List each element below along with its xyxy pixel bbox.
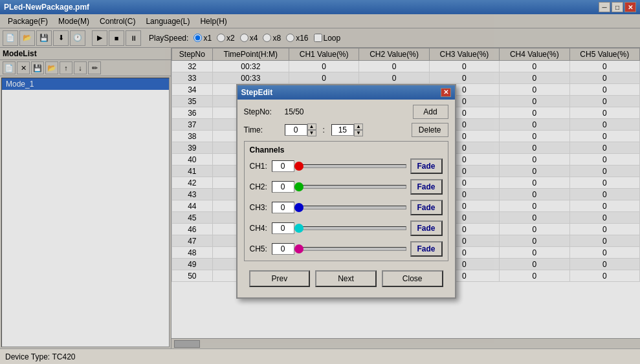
time-hour-input[interactable] (285, 124, 307, 136)
cell-ch4: 0 (500, 212, 569, 224)
cell-step: 46 (172, 224, 213, 235)
modal-content: StepNo: 15/50 Add Time: ▲ ▼ : (237, 100, 455, 297)
ch3-slider[interactable] (298, 206, 406, 209)
mode-up-btn[interactable]: ↑ (60, 61, 72, 74)
ch2-thumb[interactable] (294, 182, 303, 191)
cell-ch5: 0 (569, 154, 639, 166)
scroll-thumb[interactable] (174, 340, 200, 348)
maximize-button[interactable]: □ (612, 2, 623, 12)
ch5-label: CH5: (250, 244, 268, 253)
cell-step: 45 (172, 212, 213, 224)
download-button[interactable]: ⬇ (53, 30, 69, 46)
modal-footer: Prev Next Close (244, 266, 448, 292)
new-button[interactable]: 📄 (3, 30, 18, 46)
loop-checkbox[interactable] (314, 34, 322, 42)
ch1-fade-btn[interactable]: Fade (410, 158, 443, 174)
cell-ch5: 0 (569, 224, 639, 235)
cell-ch5: 0 (569, 61, 639, 72)
hour-up-btn[interactable]: ▲ (307, 123, 316, 130)
ch5-slider[interactable] (298, 247, 406, 251)
ch4-slider[interactable] (298, 226, 406, 230)
speed-x2-option[interactable]: x2 (217, 34, 235, 43)
speed-x1-label: x1 (203, 34, 212, 43)
clock-button[interactable]: 🕐 (70, 30, 85, 46)
ch4-fade-btn[interactable]: Fade (410, 220, 443, 236)
stop-button[interactable]: ■ (109, 30, 124, 46)
ch1-input[interactable] (272, 160, 294, 172)
time-hour-spinner[interactable]: ▲ ▼ (285, 123, 316, 136)
step-edit-dialog[interactable]: StepEdit ✕ StepNo: 15/50 Add Time: ▲ ▼ (236, 84, 456, 299)
minute-down-btn[interactable]: ▼ (354, 130, 363, 136)
speed-x8-radio[interactable] (263, 34, 271, 42)
ch1-thumb[interactable] (294, 162, 303, 171)
mode-open-btn[interactable]: 📂 (45, 61, 58, 74)
cell-ch4: 0 (500, 96, 569, 107)
menu-language[interactable]: Language(L) (140, 16, 195, 27)
menu-mode[interactable]: Mode(M) (53, 16, 94, 27)
delete-button[interactable]: Delete (412, 123, 448, 137)
hour-down-btn[interactable]: ▼ (307, 130, 316, 136)
mode-new-btn[interactable]: 📄 (3, 61, 16, 74)
table-row[interactable]: 32 00:32 0 0 0 0 0 (172, 61, 640, 72)
stepno-row: StepNo: 15/50 Add (244, 105, 448, 119)
time-minute-input[interactable] (331, 124, 354, 136)
speed-x16-radio[interactable] (286, 34, 294, 42)
speed-x4-radio[interactable] (240, 34, 248, 42)
cell-ch5: 0 (569, 177, 639, 189)
table-row[interactable]: 33 00:33 0 0 0 0 0 (172, 72, 640, 84)
time-minute-spinner[interactable]: ▲ ▼ (331, 123, 363, 136)
speed-x1-radio[interactable] (193, 34, 202, 42)
speed-x8-option[interactable]: x8 (263, 34, 281, 43)
ch3-fade-btn[interactable]: Fade (410, 200, 443, 215)
menu-help[interactable]: Help(H) (195, 16, 232, 27)
ch4-input[interactable] (272, 222, 294, 234)
ch3-thumb[interactable] (294, 203, 303, 212)
speed-x16-option[interactable]: x16 (286, 34, 308, 43)
speed-x2-radio[interactable] (217, 34, 225, 42)
play-speed-label: PlaySpeed: (149, 34, 188, 43)
ch2-slider[interactable] (298, 185, 406, 189)
ch3-input[interactable] (272, 202, 294, 213)
minute-up-btn[interactable]: ▲ (354, 123, 363, 130)
mode-list-item[interactable]: Mode_1 (2, 78, 169, 90)
cell-ch5: 0 (569, 189, 639, 200)
ch2-label: CH2: (250, 182, 268, 191)
ch4-thumb[interactable] (294, 224, 303, 233)
mode-edit-btn[interactable]: ✏ (88, 61, 101, 74)
stepno-label: StepNo: (244, 107, 280, 116)
speed-x1-option[interactable]: x1 (193, 34, 212, 43)
cell-ch4: 0 (500, 131, 569, 142)
loop-option[interactable]: Loop (314, 34, 341, 43)
ch5-input[interactable] (272, 243, 294, 255)
ch5-thumb[interactable] (294, 244, 303, 253)
save-button[interactable]: 💾 (36, 30, 52, 46)
next-button[interactable]: Next (315, 270, 377, 287)
close-button[interactable]: ✕ (624, 2, 636, 12)
cell-ch4: 0 (500, 224, 569, 235)
pause-button[interactable]: ⏸ (126, 30, 141, 46)
minimize-button[interactable]: ─ (599, 2, 610, 12)
modal-close-btn[interactable]: ✕ (441, 88, 451, 97)
mode-save-btn[interactable]: 💾 (31, 61, 44, 74)
cell-ch4: 0 (500, 142, 569, 154)
ch2-input[interactable] (272, 181, 294, 193)
mode-down-btn[interactable]: ↓ (74, 61, 87, 74)
mode-list[interactable]: Mode_1 (1, 78, 170, 347)
speed-x4-label: x4 (250, 34, 258, 43)
ch1-slider[interactable] (298, 164, 406, 168)
ch1-row: CH1: Fade (250, 158, 443, 174)
ch2-fade-btn[interactable]: Fade (410, 179, 443, 195)
speed-x4-option[interactable]: x4 (240, 34, 258, 43)
menu-control[interactable]: Control(C) (94, 16, 140, 27)
mode-delete-btn[interactable]: ✕ (17, 61, 30, 74)
menu-package[interactable]: Package(F) (3, 16, 53, 27)
add-button[interactable]: Add (413, 105, 448, 119)
open-button[interactable]: 📂 (19, 30, 35, 46)
ch5-fade-btn[interactable]: Fade (410, 241, 443, 257)
cell-ch5: 0 (569, 131, 639, 142)
prev-button[interactable]: Prev (249, 270, 311, 287)
play-button[interactable]: ▶ (92, 30, 107, 46)
ch3-row: CH3: Fade (250, 200, 443, 215)
close-dialog-button[interactable]: Close (382, 270, 443, 287)
horizontal-scrollbar[interactable] (171, 338, 640, 348)
